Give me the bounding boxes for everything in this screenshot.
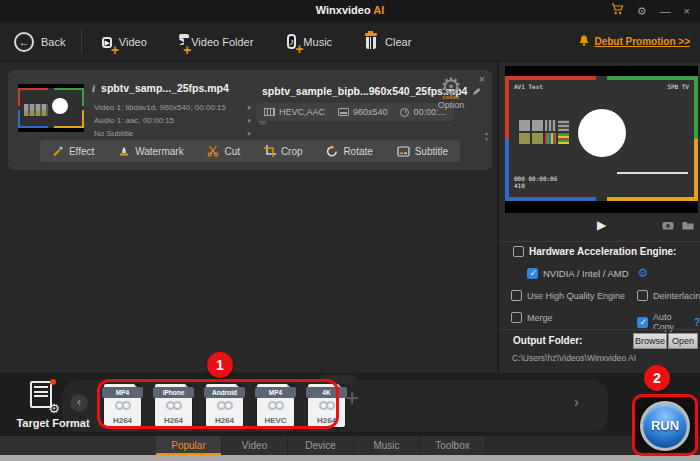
format-item-mp4-h264[interactable]: MP4 H264	[104, 384, 141, 427]
app-window: Winxvideo AI ⚙ — × ← Back ▶+ Video ▶+ Vi…	[0, 0, 700, 461]
format-item-android-h264[interactable]: Android H264	[206, 384, 243, 427]
playback-bar: ▶	[505, 213, 698, 237]
target-format-icon[interactable]: ⚙	[28, 379, 62, 413]
back-arrow-icon: ←	[14, 32, 34, 52]
scroll-right-button[interactable]: ›	[574, 393, 579, 410]
tab-popular[interactable]: Popular	[156, 436, 222, 455]
bell-icon	[579, 33, 589, 51]
preview-panel: AV1 Test SPB TV 000 00:00:06 410 ▶	[497, 62, 700, 373]
add-music-button[interactable]: ♪+ Music	[287, 35, 332, 48]
cart-icon[interactable]	[610, 0, 624, 22]
effect-button[interactable]: Effect	[52, 145, 94, 157]
info-icon[interactable]: i	[92, 82, 95, 94]
add-video-button[interactable]: ▶+ Video	[102, 35, 146, 49]
hardware-acceleration-checkbox[interactable]	[513, 246, 524, 257]
rotate-button[interactable]: Rotate	[326, 145, 372, 157]
auto-copy-checkbox[interactable]	[637, 317, 648, 328]
chevron-down-icon[interactable]: ▼	[246, 118, 252, 124]
subtitle-icon	[397, 146, 410, 157]
plus-icon: +	[183, 44, 191, 56]
film-reel-icon	[308, 401, 345, 410]
run-button[interactable]: RUN	[640, 401, 690, 451]
frame-counter: 000 00:00:06 410	[514, 175, 557, 189]
hardware-acceleration-label: Hardware Acceleration Engine:	[529, 246, 676, 257]
browse-button[interactable]: Browse	[633, 333, 667, 349]
help-icon[interactable]: ?	[694, 317, 700, 328]
format-item-4k-h264[interactable]: 4K H264	[308, 384, 345, 427]
play-button[interactable]: ▶	[597, 218, 606, 232]
preview-overlay-text: SPB TV	[667, 83, 689, 90]
scroll-arrows[interactable]: ▲▼	[484, 130, 489, 142]
film-reel-icon	[206, 401, 243, 410]
video-label: Video	[119, 36, 147, 48]
gpu-checkbox[interactable]	[527, 268, 538, 279]
option-button[interactable]: ⚙codec Option	[428, 74, 474, 110]
format-list: MP4 H264 iPhone H264 Android H264 MP4 H	[104, 384, 345, 427]
merge-row: Merge	[511, 312, 553, 323]
plus-icon: +	[111, 44, 119, 56]
divider	[499, 241, 700, 242]
format-item-iphone-h264[interactable]: iPhone H264	[155, 384, 192, 427]
add-video-folder-button[interactable]: ▶+ Video Folder	[179, 34, 254, 49]
subtitle-button[interactable]: Subtitle	[397, 146, 448, 157]
gpu-settings-gear-icon[interactable]: ⚙	[638, 266, 649, 280]
settings-gear-icon[interactable]: ⚙	[637, 0, 647, 22]
crop-icon	[264, 145, 276, 157]
merge-label: Merge	[527, 313, 553, 323]
promotion-link[interactable]: Debut Promotion >>	[579, 33, 690, 51]
preview-overlay-text: AV1 Test	[514, 83, 543, 90]
divider	[499, 329, 700, 330]
rotate-icon	[326, 145, 338, 157]
minimize-icon[interactable]: —	[660, 0, 671, 22]
close-icon[interactable]: ×	[684, 0, 690, 22]
codec-badge: HEVC,AAC	[264, 107, 325, 117]
resolution-badge: 960x540	[338, 107, 388, 117]
window-bottom-edge	[0, 455, 700, 461]
music-label: Music	[303, 36, 332, 48]
clear-button[interactable]: Clear	[364, 33, 411, 50]
tab-music[interactable]: Music	[354, 436, 420, 455]
snapshot-camera-icon[interactable]	[662, 216, 674, 234]
divider	[81, 30, 82, 54]
collapse-handle[interactable]	[320, 375, 356, 384]
gpu-label: NVIDIA / Intel / AMD	[543, 268, 629, 279]
back-button[interactable]: ← Back	[14, 32, 65, 52]
pattern-circle	[578, 109, 626, 157]
chevron-down-icon[interactable]: ▼	[246, 105, 252, 111]
film-reel-icon	[104, 401, 141, 410]
source-file-name: spbtv_samp..._25fps.mp4	[101, 82, 229, 94]
watermark-button[interactable]: Watermark	[118, 145, 184, 157]
calibration-squares	[519, 120, 569, 144]
tab-video[interactable]: Video	[222, 436, 288, 455]
chevron-down-icon[interactable]: ▼	[246, 131, 252, 137]
category-tabs: Popular Video Device Music Toolbox	[0, 436, 700, 455]
open-folder-icon[interactable]	[682, 216, 694, 234]
window-title: Winxvideo AI	[0, 4, 700, 16]
video-preview: AV1 Test SPB TV 000 00:00:06 410	[505, 66, 698, 213]
tabs-spacer	[0, 436, 156, 455]
screen-icon	[338, 108, 349, 116]
remove-file-icon[interactable]: ×	[479, 74, 485, 84]
open-button[interactable]: Open	[668, 333, 698, 349]
codec-gear-icon: ⚙codec	[428, 74, 474, 100]
film-reel-icon	[257, 401, 294, 410]
deinterlacing-checkbox[interactable]	[637, 290, 648, 301]
add-format-button[interactable]: +	[345, 386, 359, 410]
high-quality-checkbox[interactable]	[511, 290, 522, 301]
scroll-left-button[interactable]: ‹	[70, 394, 88, 412]
crop-button[interactable]: Crop	[264, 145, 303, 157]
format-item-mp4-hevc[interactable]: MP4 HEVC	[257, 384, 294, 427]
merge-checkbox[interactable]	[511, 312, 522, 323]
tab-toolbox[interactable]: Toolbox	[420, 436, 486, 455]
scissors-icon	[207, 145, 219, 157]
file-card: i spbtv_samp..._25fps.mp4 Video 1: libda…	[8, 70, 492, 170]
video-folder-label: Video Folder	[191, 36, 253, 48]
cut-button[interactable]: Cut	[207, 145, 240, 157]
deinterlacing-label: Deinterlacing	[653, 291, 700, 301]
tab-device[interactable]: Device	[288, 436, 354, 455]
annotation-step-1: 1	[207, 352, 233, 378]
title-bar: Winxvideo AI ⚙ — ×	[0, 0, 700, 22]
gpu-row: NVIDIA / Intel / AMD ⚙	[527, 266, 648, 280]
deinterlacing-row: Deinterlacing	[637, 290, 700, 301]
edit-tool-row: Effect Watermark Cut Crop Rotate	[40, 140, 460, 162]
